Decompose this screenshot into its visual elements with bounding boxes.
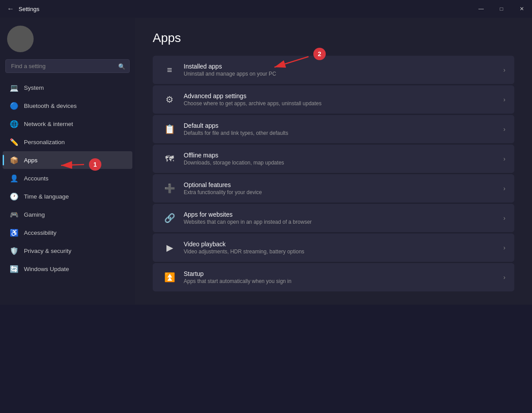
sidebar-item-label: Privacy & security [24,248,71,254]
settings-item-default-apps[interactable]: 📋 Default apps Defaults for file and lin… [153,115,514,143]
sidebar-item-label: System [24,84,44,91]
installed-apps-subtitle: Uninstall and manage apps on your PC [184,71,503,77]
installed-apps-title: Installed apps [184,63,503,70]
settings-item-advanced-app-settings[interactable]: ⚙ Advanced app settings Choose where to … [153,85,514,114]
sidebar-item-label: Apps [24,157,38,164]
accessibility-icon: ♿ [10,228,19,237]
back-button[interactable]: ← [7,5,14,13]
default-apps-icon: 📋 [162,121,177,137]
apps-icon: 📦 [10,156,19,164]
gaming-icon: 🎮 [10,210,19,219]
sidebar-item-label: Accounts [24,175,49,182]
sidebar-item-apps[interactable]: 📦 Apps [3,151,132,169]
startup-subtitle: Apps that start automatically when you s… [184,278,503,284]
settings-list: ≡ Installed apps Uninstall and manage ap… [153,56,514,291]
startup-text: Startup Apps that start automatically wh… [184,270,503,284]
default-apps-text: Default apps Defaults for file and link … [184,122,503,136]
offline-maps-subtitle: Downloads, storage location, map updates [184,160,503,166]
sidebar-item-label: Accessibility [24,229,57,236]
sidebar-item-gaming[interactable]: 🎮 Gaming [3,206,132,223]
window-controls: — □ ✕ [471,0,532,18]
search-icon: 🔍 [118,63,125,69]
advanced-app-settings-chevron: › [503,96,505,103]
offline-maps-chevron: › [503,155,505,162]
update-icon: 🔄 [10,264,19,273]
offline-maps-title: Offline maps [184,152,503,159]
sidebar-item-network[interactable]: 🌐 Network & internet [3,115,132,133]
apps-for-websites-chevron: › [503,214,505,222]
apps-for-websites-title: Apps for websites [184,211,503,218]
sidebar-nav: 💻 System 🔵 Bluetooth & devices 🌐 Network… [0,78,135,278]
settings-item-startup[interactable]: ⏫ Startup Apps that start automatically … [153,263,514,291]
default-apps-title: Default apps [184,122,503,129]
default-apps-chevron: › [503,126,505,133]
optional-features-text: Optional features Extra functionality fo… [184,181,503,195]
main-layout: 🔍 💻 System 🔵 Bluetooth & devices 🌐 Netwo… [0,18,532,305]
advanced-app-settings-icon: ⚙ [162,92,177,107]
installed-apps-icon: ≡ [162,62,177,78]
sidebar-item-system[interactable]: 💻 System [3,79,132,96]
default-apps-subtitle: Defaults for file and link types, other … [184,130,503,136]
advanced-app-settings-subtitle: Choose where to get apps, archive apps, … [184,100,503,107]
advanced-app-settings-title: Advanced app settings [184,92,503,99]
offline-maps-text: Offline maps Downloads, storage location… [184,152,503,166]
sidebar-item-accessibility[interactable]: ♿ Accessibility [3,224,132,241]
sidebar-item-time[interactable]: 🕐 Time & language [3,187,132,205]
optional-features-subtitle: Extra functionality for your device [184,189,503,195]
system-icon: 💻 [10,83,19,92]
apps-for-websites-icon: 🔗 [162,210,177,226]
search-input[interactable] [5,59,130,73]
settings-item-video-playback[interactable]: ▶ Video playback Video adjustments, HDR … [153,233,514,262]
optional-features-chevron: › [503,185,505,192]
settings-item-installed-apps[interactable]: ≡ Installed apps Uninstall and manage ap… [153,56,514,84]
sidebar-item-privacy[interactable]: 🛡️ Privacy & security [3,242,132,260]
privacy-icon: 🛡️ [10,246,19,255]
startup-icon: ⏫ [162,269,177,285]
optional-features-icon: ➕ [162,180,177,196]
sidebar-item-accounts[interactable]: 👤 Accounts [3,169,132,187]
personalization-icon: ✏️ [10,138,19,146]
bluetooth-icon: 🔵 [10,101,19,110]
optional-features-title: Optional features [184,181,503,188]
apps-for-websites-text: Apps for websites Websites that can open… [184,211,503,225]
sidebar-item-label: Windows Update [24,266,69,272]
settings-item-offline-maps[interactable]: 🗺 Offline maps Downloads, storage locati… [153,145,514,173]
sidebar: 🔍 💻 System 🔵 Bluetooth & devices 🌐 Netwo… [0,18,135,305]
accounts-icon: 👤 [10,174,19,183]
video-playback-subtitle: Video adjustments, HDR streaming, batter… [184,249,503,255]
video-playback-text: Video playback Video adjustments, HDR st… [184,241,503,255]
time-icon: 🕐 [10,192,19,201]
video-playback-icon: ▶ [162,240,177,256]
advanced-app-settings-text: Advanced app settings Choose where to ge… [184,92,503,107]
titlebar: ← Settings — □ ✕ [0,0,532,18]
apps-for-websites-subtitle: Websites that can open in an app instead… [184,219,503,225]
network-icon: 🌐 [10,119,19,128]
startup-title: Startup [184,270,503,277]
maximize-button[interactable]: □ [491,0,512,18]
search-container: 🔍 [5,59,130,73]
video-playback-chevron: › [503,244,505,251]
installed-apps-chevron: › [503,66,505,73]
sidebar-item-label: Personalization [24,139,65,145]
sidebar-item-label: Gaming [24,211,45,218]
avatar [7,26,34,52]
sidebar-item-personalization[interactable]: ✏️ Personalization [3,133,132,151]
offline-maps-icon: 🗺 [162,151,177,167]
content-area: Apps ≡ Installed apps Uninstall and mana… [135,18,532,305]
page-title: Apps [153,31,514,45]
sidebar-item-label: Bluetooth & devices [24,103,77,109]
minimize-button[interactable]: — [471,0,491,18]
video-playback-title: Video playback [184,241,503,248]
installed-apps-text: Installed apps Uninstall and manage apps… [184,63,503,77]
sidebar-item-update[interactable]: 🔄 Windows Update [3,260,132,278]
window-title: Settings [19,6,39,12]
sidebar-item-label: Time & language [24,193,69,200]
sidebar-item-label: Network & internet [24,121,73,127]
close-button[interactable]: ✕ [512,0,532,18]
settings-item-optional-features[interactable]: ➕ Optional features Extra functionality … [153,174,514,203]
settings-item-apps-for-websites[interactable]: 🔗 Apps for websites Websites that can op… [153,204,514,232]
startup-chevron: › [503,274,505,281]
sidebar-item-bluetooth[interactable]: 🔵 Bluetooth & devices [3,97,132,115]
